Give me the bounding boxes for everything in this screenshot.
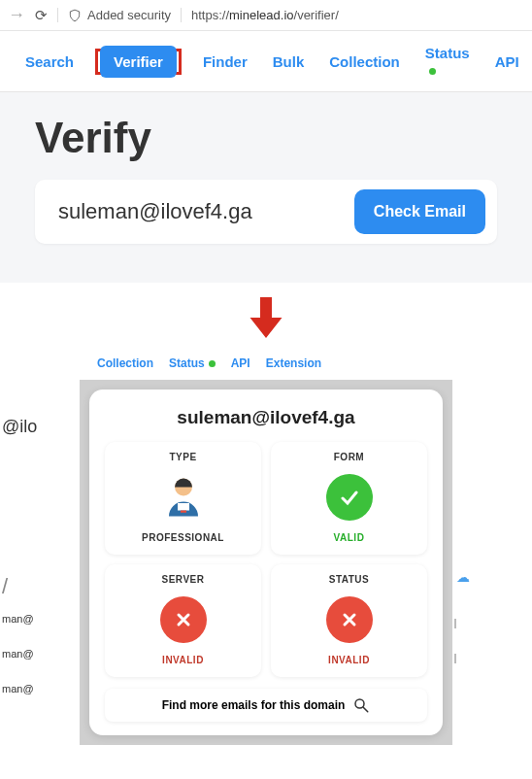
nav-collection[interactable]: Collection [325,48,404,76]
tile-status: STATUS INVALID [271,564,427,677]
bg-email-cut: @ilo [2,417,37,437]
nav-api[interactable]: API [491,48,523,76]
tile-title: FORM [277,452,421,462]
tile-title: TYPE [111,452,255,462]
tile-value: PROFESSIONAL [111,532,255,543]
browser-address-bar: → ⟳ Added security https://minelead.io/v… [0,0,532,31]
forward-arrow-icon[interactable]: → [8,5,25,25]
main-nav: Search Verifier Finder Bulk Collection S… [0,31,532,92]
svg-rect-2 [181,511,186,513]
tile-title: SERVER [111,574,255,585]
bg-row: man@ [2,613,34,625]
bg-row: man@ [2,683,34,694]
svg-rect-1 [178,503,189,511]
cross-icon [277,593,421,647]
bg-bar [454,654,456,663]
email-input-row: suleman@ilovef4.ga Check Email [35,180,497,244]
result-panel: @ilo / man@ man@ man@ ☁ suleman@ilovef4.… [80,380,452,745]
result-card: suleman@ilovef4.ga TYPE PROFESSIONAL [89,390,443,735]
nav-status[interactable]: Status [421,39,474,84]
subnav-status[interactable]: Status [169,356,216,370]
tile-form: FORM VALID [271,442,427,555]
cloud-icon: ☁ [456,569,470,585]
status-dot-icon [429,68,436,75]
nav-verifier[interactable]: Verifier [100,46,177,78]
subnav-collection[interactable]: Collection [97,356,153,370]
subnav-extension[interactable]: Extension [266,356,321,370]
tile-value: VALID [277,532,421,543]
bg-row: man@ [2,648,34,660]
security-label: Added security [87,8,171,22]
nav-search[interactable]: Search [21,48,78,76]
cross-icon [111,593,255,647]
search-icon [352,696,370,714]
tile-value: INVALID [111,655,255,665]
result-email: suleman@ilovef4.ga [105,407,427,428]
avatar-icon [111,470,255,525]
arrow-down-icon [243,294,289,341]
status-dot-icon [209,360,216,367]
svg-point-3 [355,699,364,708]
tile-value: INVALID [277,655,421,665]
highlight-box: Verifier [95,49,182,75]
check-icon [277,470,421,525]
tile-type: TYPE PROFESSIONAL [105,442,261,555]
svg-line-4 [364,707,369,712]
nav-bulk[interactable]: Bulk [269,48,309,76]
tile-title: STATUS [277,574,421,585]
reload-icon[interactable]: ⟳ [35,7,48,24]
nav-finder[interactable]: Finder [199,48,251,76]
result-section: Collection Status API Extension @ilo / m… [0,351,532,755]
tile-server: SERVER INVALID [105,564,261,677]
url-display[interactable]: https://minelead.io/verifier/ [181,8,339,22]
shield-icon [68,9,82,22]
sub-nav: Collection Status API Extension [0,351,532,380]
email-input[interactable]: suleman@ilovef4.ga [58,199,252,224]
find-more-button[interactable]: Find more emails for this domain [105,689,427,722]
check-email-button[interactable]: Check Email [354,189,485,234]
arrow-down-annotation [0,283,532,351]
page-title: Verify [35,114,497,162]
subnav-api[interactable]: API [231,356,250,370]
security-badge: Added security [57,8,171,22]
hero-section: Verify suleman@ilovef4.ga Check Email [0,92,532,283]
bg-slash: / [2,574,8,599]
bg-bar [454,619,456,628]
result-grid: TYPE PROFESSIONAL FORM [105,442,427,677]
find-more-label: Find more emails for this domain [162,698,346,712]
